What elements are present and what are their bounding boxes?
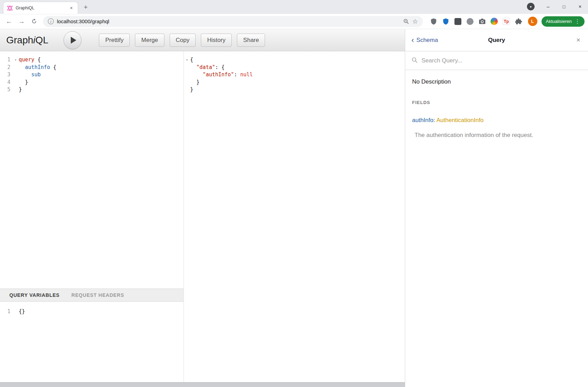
code-text: "authInfo": null [190,71,253,79]
code-line: 3 sub [0,71,184,79]
doc-no-description: No Description [412,78,581,85]
code-text: query { [19,56,41,64]
window-minimize-button[interactable]: – [540,0,556,13]
prettify-button[interactable]: Prettify [99,34,130,47]
line-number: 2 [0,64,12,71]
doc-content: No Description FIELDS authInfo: Authenti… [405,70,588,147]
code-text: {} [19,308,25,316]
query-variables-editor[interactable]: 1{} [0,302,184,382]
site-info-icon[interactable]: i [48,18,54,24]
zoom-icon[interactable] [403,18,409,24]
fold-gutter [12,86,19,94]
line-number: 5 [0,86,12,94]
extensions-tray: Tp [426,18,526,25]
fold-gutter [12,64,19,71]
code-text: } [190,79,199,86]
chevron-left-icon: ‹ [411,36,414,44]
extension-circle-icon[interactable] [466,18,474,25]
doc-explorer-header: ‹ Schema Query × [405,29,588,51]
new-tab-button[interactable]: + [80,2,91,12]
execute-query-button[interactable] [63,31,82,49]
code-text: } [19,86,22,94]
field-colon: : [433,117,436,123]
line-number: 1 [0,308,12,316]
extension-square-icon[interactable] [454,18,462,25]
code-text: } [190,86,193,94]
tab-request-headers[interactable]: REQUEST HEADERS [71,292,124,298]
extension-tp-icon[interactable]: Tp [503,18,510,25]
menu-dots-icon[interactable]: ⋮ [575,18,580,25]
code-text: authInfo { [19,64,56,71]
fold-arrow-icon[interactable]: ▾ [12,56,19,64]
extension-shield-icon[interactable] [430,18,437,25]
graphql-favicon-icon [7,5,13,11]
browser-tab[interactable]: GraphiQL × [3,2,78,14]
tab-close-icon[interactable]: × [68,5,74,11]
fold-arrow-icon[interactable]: ▾ [184,56,190,64]
play-icon [71,37,76,44]
code-line: "authInfo": null [184,71,405,79]
code-text: sub [19,71,41,79]
window-controls: ▾ – □ × [527,0,588,13]
field-name-link[interactable]: authInfo [412,117,433,123]
secondary-editor-tabs: QUERY VARIABLES REQUEST HEADERS [0,289,184,302]
horizontal-scrollbar[interactable] [0,382,405,387]
forward-button-icon[interactable]: → [16,16,27,27]
graphiql-workspace: GraphiQL Prettify Merge Copy History Sha… [0,29,405,387]
tab-search-icon[interactable]: ▾ [527,3,535,10]
back-button-icon[interactable]: ← [3,16,15,27]
bookmark-star-icon[interactable]: ☆ [412,18,418,25]
fold-gutter [12,308,19,316]
graphiql-app: GraphiQL Prettify Merge Copy History Sha… [0,29,588,387]
share-button[interactable]: Share [237,34,265,47]
tab-strip: GraphiQL × + ▾ – □ × [0,0,588,14]
doc-back-label: Schema [416,37,438,44]
omnibox[interactable]: i ☆ [43,16,423,27]
query-column: 1▾query {2 authInfo {3 sub4 }5} QUERY VA… [0,51,184,382]
extensions-puzzle-icon[interactable] [515,18,522,25]
doc-back-link[interactable]: ‹ Schema [411,36,438,44]
doc-close-icon[interactable]: × [576,29,580,51]
line-number: 4 [0,79,12,86]
browser-nav-bar: ← → i ☆ Tp [0,14,588,29]
window-maximize-button[interactable]: □ [556,0,572,13]
tab-query-variables[interactable]: QUERY VARIABLES [9,292,60,298]
profile-avatar[interactable]: L [528,17,537,26]
editors-area: 1▾query {2 authInfo {3 sub4 }5} QUERY VA… [0,51,405,382]
merge-button[interactable]: Merge [135,34,164,47]
update-button-label: Aktualisieren [546,19,572,24]
field-description: The authentication information of the re… [415,132,581,139]
line-number: 3 [0,71,12,79]
code-text: "data": { [190,64,224,71]
reload-button-icon[interactable] [28,16,40,27]
code-line: } [184,79,405,86]
graphiql-logo: GraphiQL [6,35,48,46]
fold-gutter [12,79,19,86]
copy-button[interactable]: Copy [170,34,196,47]
doc-search-input[interactable] [421,57,582,64]
fold-gutter [184,71,190,79]
extension-camera-icon[interactable] [478,18,486,25]
graphiql-toolbar: GraphiQL Prettify Merge Copy History Sha… [0,29,405,51]
field-type-link[interactable]: AuthenticationInfo [436,117,484,123]
extension-colorwheel-icon[interactable] [491,18,498,25]
window-close-button[interactable]: × [572,0,588,13]
code-text: { [190,56,193,64]
doc-search-row [405,51,588,70]
code-line: } [184,86,405,94]
browser-window: GraphiQL × + ▾ – □ × ← → i ☆ [0,0,588,387]
url-input[interactable] [57,18,400,24]
code-line: 5} [0,86,184,94]
toolbar-buttons: Prettify Merge Copy History Share [99,34,265,47]
history-button[interactable]: History [201,34,232,47]
query-editor[interactable]: 1▾query {2 authInfo {3 sub4 }5} [0,51,184,289]
code-line: "data": { [184,64,405,71]
tab-title: GraphiQL [16,6,66,10]
code-line: 1▾query { [0,56,184,64]
doc-fields-header: FIELDS [412,100,581,105]
fold-gutter [184,64,190,71]
extension-blue-shield-icon[interactable] [442,18,450,25]
browser-update-button[interactable]: Aktualisieren ⋮ [542,16,585,27]
fold-gutter [184,79,190,86]
result-viewer: ▾{ "data": { "authInfo": null }} [184,51,405,382]
